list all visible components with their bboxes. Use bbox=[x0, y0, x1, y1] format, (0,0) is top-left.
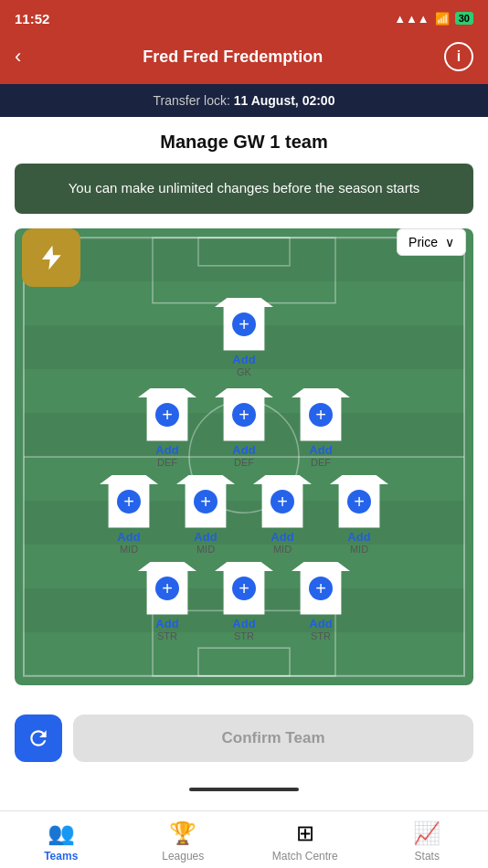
transfer-lock-date: 11 August, 02:00 bbox=[234, 93, 335, 108]
add-player-def-1-button[interactable]: + bbox=[155, 403, 179, 427]
player-shirt-mid-4: + bbox=[330, 475, 388, 528]
add-player-mid-2-button[interactable]: + bbox=[194, 490, 217, 513]
status-time: 11:52 bbox=[15, 11, 49, 26]
player-add-def-3-label: Add bbox=[309, 443, 332, 457]
player-shirt-str-2: + bbox=[215, 562, 273, 615]
player-add-mid-4-label: Add bbox=[347, 530, 370, 544]
str-row: + Add STR + Add STR + Add STR bbox=[22, 562, 466, 641]
status-icons: ▲▲▲ 📶 30 bbox=[394, 12, 473, 26]
battery-badge: 30 bbox=[455, 12, 473, 25]
add-player-mid-4-button[interactable]: + bbox=[347, 490, 371, 513]
player-pos-mid-2-label: MID bbox=[196, 544, 215, 555]
player-shirt-mid-3: + bbox=[253, 475, 312, 528]
def-row: + Add DEF + Add DEF + Add DEF bbox=[22, 388, 466, 468]
shirt-shape: + bbox=[215, 388, 273, 441]
info-banner: You can make unlimited changes before th… bbox=[15, 164, 473, 214]
player-add-mid-1-label: Add bbox=[117, 530, 140, 544]
svg-rect-6 bbox=[198, 648, 290, 676]
transfer-lock-bar: Transfer lock: 11 August, 02:00 bbox=[0, 84, 488, 117]
wifi-icon: 📶 bbox=[435, 12, 450, 26]
add-player-str-2-button[interactable]: + bbox=[232, 577, 256, 600]
player-pos-def-1-label: DEF bbox=[157, 457, 177, 468]
shirt-shape: + bbox=[330, 475, 388, 528]
player-add-gk-label: Add bbox=[232, 353, 255, 366]
mid-row: + Add MID + Add MID + Add MID bbox=[22, 475, 466, 555]
nav-label-leagues: Leagues bbox=[162, 850, 204, 863]
nav-label-teams: Teams bbox=[44, 850, 78, 863]
sort-dropdown[interactable]: Price ∨ bbox=[397, 228, 466, 256]
player-add-str-3-label: Add bbox=[309, 617, 332, 630]
shirt-shape: + bbox=[215, 562, 273, 615]
player-add-mid-3-label: Add bbox=[271, 530, 293, 544]
add-player-def-2-button[interactable]: + bbox=[232, 403, 256, 427]
shirt-shape: + bbox=[100, 475, 158, 528]
stats-icon: 📈 bbox=[413, 820, 440, 846]
player-pos-def-2-label: DEF bbox=[234, 457, 254, 468]
chevron-down-icon: ∨ bbox=[445, 235, 454, 249]
svg-rect-4 bbox=[198, 238, 290, 266]
page-title: Manage GW 1 team bbox=[0, 117, 488, 164]
player-pos-str-2-label: STR bbox=[234, 630, 254, 641]
shirt-shape: + bbox=[292, 562, 350, 615]
player-shirt-def-2: + bbox=[215, 388, 273, 441]
player-add-def-1-label: Add bbox=[155, 443, 178, 457]
svg-rect-3 bbox=[153, 238, 335, 302]
player-pos-gk-label: GK bbox=[237, 366, 251, 377]
bottom-actions: Confirm Team bbox=[0, 700, 488, 773]
player-shirt-mid-2: + bbox=[176, 475, 235, 528]
add-player-gk-button[interactable]: + bbox=[232, 312, 256, 336]
shirt-shape: + bbox=[215, 298, 273, 351]
nav-label-match-centre: Match Centre bbox=[272, 850, 338, 863]
player-add-def-2-label: Add bbox=[232, 443, 255, 457]
lightning-button[interactable] bbox=[22, 228, 80, 287]
player-slot-str-3: + Add STR bbox=[284, 562, 357, 641]
player-add-str-2-label: Add bbox=[232, 617, 255, 630]
shirt-shape: + bbox=[253, 475, 312, 528]
refresh-button[interactable] bbox=[15, 715, 62, 762]
player-slot-str-1: + Add STR bbox=[131, 562, 204, 641]
confirm-team-button[interactable]: Confirm Team bbox=[73, 715, 473, 762]
player-pos-mid-4-label: MID bbox=[350, 544, 368, 555]
player-shirt-gk-1: + bbox=[215, 298, 273, 351]
status-bar: 11:52 ▲▲▲ 📶 30 bbox=[0, 0, 488, 33]
player-add-str-1-label: Add bbox=[155, 617, 178, 630]
player-slot-mid-2: + Add MID bbox=[169, 475, 242, 555]
add-player-str-3-button[interactable]: + bbox=[309, 577, 333, 600]
pitch-container: Price ∨ + Add GK + Add DEF bbox=[15, 228, 473, 685]
nav-item-match-centre[interactable]: ⊞ Match Centre bbox=[244, 811, 366, 868]
signal-icon: ▲▲▲ bbox=[394, 12, 430, 26]
header-title: Fred Fred Fredemption bbox=[21, 48, 444, 67]
add-player-str-1-button[interactable]: + bbox=[155, 577, 179, 600]
player-shirt-mid-1: + bbox=[100, 475, 158, 528]
home-indicator bbox=[0, 773, 488, 800]
player-slot-mid-1: + Add MID bbox=[92, 475, 165, 555]
header: ‹ Fred Fred Fredemption i bbox=[0, 33, 488, 84]
player-pos-def-3-label: DEF bbox=[311, 457, 331, 468]
add-player-mid-1-button[interactable]: + bbox=[117, 490, 141, 513]
back-button[interactable]: ‹ bbox=[15, 45, 21, 69]
player-slot-def-3: + Add DEF bbox=[284, 388, 357, 468]
shirt-shape: + bbox=[292, 388, 350, 441]
leagues-icon: 🏆 bbox=[169, 820, 196, 846]
bottom-nav: 👥 Teams 🏆 Leagues ⊞ Match Centre 📈 Stats bbox=[0, 810, 488, 868]
add-player-def-3-button[interactable]: + bbox=[309, 403, 333, 427]
player-shirt-def-3: + bbox=[292, 388, 350, 441]
info-button[interactable]: i bbox=[444, 42, 473, 71]
nav-item-stats[interactable]: 📈 Stats bbox=[366, 811, 489, 868]
nav-item-teams[interactable]: 👥 Teams bbox=[0, 811, 122, 868]
player-slot-gk-1: + Add GK bbox=[207, 298, 281, 377]
shirt-shape: + bbox=[138, 562, 196, 615]
nav-item-leagues[interactable]: 🏆 Leagues bbox=[122, 811, 245, 868]
player-shirt-def-1: + bbox=[138, 388, 196, 441]
player-slot-mid-4: + Add MID bbox=[323, 475, 396, 555]
home-indicator-bar bbox=[189, 788, 299, 791]
nav-label-stats: Stats bbox=[415, 850, 440, 863]
player-pos-mid-3-label: MID bbox=[273, 544, 292, 555]
teams-icon: 👥 bbox=[48, 820, 75, 846]
gk-row: + Add GK bbox=[22, 298, 466, 377]
player-slot-mid-3: + Add MID bbox=[246, 475, 319, 555]
match-centre-icon: ⊞ bbox=[296, 820, 314, 846]
add-player-mid-3-button[interactable]: + bbox=[271, 490, 294, 513]
info-banner-text: You can make unlimited changes before th… bbox=[69, 180, 420, 196]
player-pos-str-3-label: STR bbox=[311, 630, 331, 641]
